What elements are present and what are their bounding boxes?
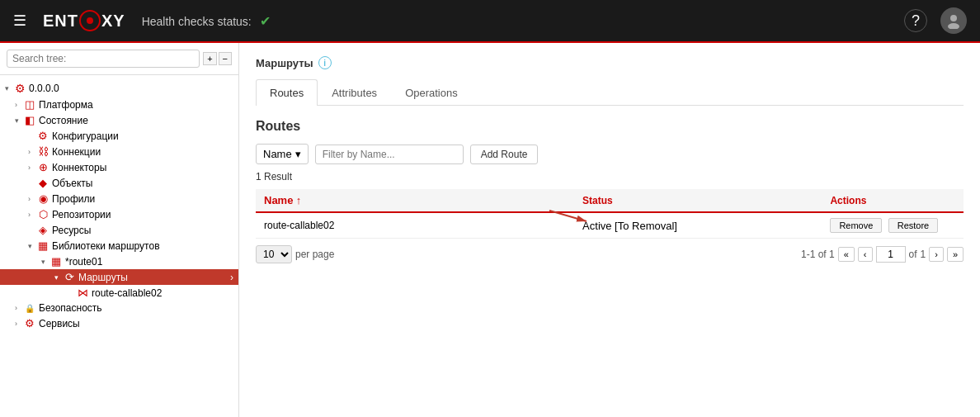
total-pages: 1 xyxy=(921,249,926,260)
add-route-button[interactable]: Add Route xyxy=(470,145,539,164)
sidebar-item-state[interactable]: ▾ ◧ Состояние xyxy=(0,112,238,128)
next-page-button[interactable]: › xyxy=(929,247,944,262)
sidebar-item-label: Платформа xyxy=(39,99,93,111)
sidebar-item-marshruty[interactable]: ▾ ⟳ Маршруты › xyxy=(0,269,238,285)
sidebar-item-services[interactable]: › ⚙ Сервисы xyxy=(0,315,238,331)
section-title: Routes xyxy=(256,119,964,134)
routes-section: Routes Name ▾ Add Route 1 Result Name xyxy=(256,119,964,263)
sidebar-item-objects[interactable]: › ◆ Объекты xyxy=(0,175,238,191)
sidebar-item-profiles[interactable]: › ◉ Профили xyxy=(0,191,238,206)
per-page-label: per page xyxy=(295,249,334,260)
chevron-right-icon: › xyxy=(15,304,23,312)
route01-icon: ▦ xyxy=(49,255,63,268)
sidebar-item-label: route-callable02 xyxy=(92,287,162,299)
sidebar-item-label: Безопасность xyxy=(39,302,102,314)
chevron-right-icon: › xyxy=(28,163,36,172)
content-area: Маршруты i Routes Attributes Operations … xyxy=(239,43,980,417)
sidebar-item-label: Сервисы xyxy=(39,318,80,329)
search-input[interactable] xyxy=(7,50,200,68)
row-status-cell: Active [To Removal] xyxy=(574,212,822,239)
filter-bar: Name ▾ Add Route xyxy=(256,144,964,164)
svg-line-3 xyxy=(549,211,587,221)
chevron-right-icon: › xyxy=(28,148,36,156)
logo-ent: ENT xyxy=(43,12,78,31)
chevron-right-icon: › xyxy=(15,320,23,328)
chevron-down-icon: ▾ xyxy=(15,116,23,125)
platform-icon: ◫ xyxy=(23,98,36,111)
name-filter-dropdown[interactable]: Name ▾ xyxy=(256,144,309,164)
logo-xy: XY xyxy=(101,12,125,31)
per-page-select[interactable]: 10 xyxy=(256,245,292,263)
user-avatar[interactable] xyxy=(940,7,967,34)
menu-icon[interactable]: ☰ xyxy=(13,12,26,30)
sidebar-search-bar: + − xyxy=(0,43,238,75)
sidebar-item-connectors[interactable]: › ⊕ Коннекторы xyxy=(0,159,238,175)
sidebar-item-root[interactable]: ▾ ⚙ 0.0.0.0 xyxy=(0,80,238,97)
configs-icon: ⚙ xyxy=(36,130,49,142)
chevron-down-icon: ▾ xyxy=(295,148,301,160)
header: ☰ ENT XY Health checks status: ✔ ? xyxy=(0,0,980,43)
sidebar-item-route01[interactable]: ▾ ▦ *route01 xyxy=(0,254,238,269)
sidebar-item-route-callable02[interactable]: › ⋈ route-callable02 xyxy=(0,285,238,301)
sidebar-item-configs[interactable]: › ⚙ Конфигурации xyxy=(0,128,238,144)
marshruty-icon: ⟳ xyxy=(63,271,76,283)
chevron-right-icon: › xyxy=(230,272,233,283)
sidebar-item-label: Профили xyxy=(52,193,95,205)
sidebar-item-label: Объекты xyxy=(52,178,93,189)
sidebar-item-label: 0.0.0.0 xyxy=(29,83,59,94)
logo-o-circle xyxy=(79,10,101,31)
header-right: ? xyxy=(904,7,967,34)
column-name-header[interactable]: Name ↑ xyxy=(256,189,574,212)
repos-icon: ⬡ xyxy=(36,208,49,220)
chevron-down-icon: ▾ xyxy=(28,242,36,250)
sidebar: + − ▾ ⚙ 0.0.0.0 › ◫ Платформа ▾ ◧ Состоя… xyxy=(0,43,239,417)
row-name-cell: route-callable02 xyxy=(256,212,574,239)
sidebar-item-platform[interactable]: › ◫ Платформа xyxy=(0,97,238,112)
row-actions-cell: Remove Restore xyxy=(822,212,964,239)
help-icon[interactable]: ? xyxy=(904,9,927,32)
restore-button[interactable]: Restore xyxy=(888,218,939,233)
connections-icon: ⛓ xyxy=(36,145,49,158)
sidebar-item-security[interactable]: › 🔒 Безопасность xyxy=(0,301,238,315)
tab-operations[interactable]: Operations xyxy=(391,79,472,106)
connectors-icon: ⊕ xyxy=(36,161,49,173)
column-actions-header: Actions xyxy=(822,189,964,212)
sort-icon: ↑ xyxy=(296,194,302,206)
sidebar-item-routelibs[interactable]: ▾ ▦ Библиотеки маршрутов xyxy=(0,238,238,254)
spacer: › xyxy=(28,226,36,235)
sidebar-item-repos[interactable]: › ⬡ Репозитории xyxy=(0,206,238,222)
sidebar-item-label: Ресурсы xyxy=(52,225,91,236)
pagination-bar: 10 per page 1-1 of 1 « ‹ of 1 › » xyxy=(256,245,964,263)
current-page-input[interactable] xyxy=(876,246,906,263)
chevron-right-icon: › xyxy=(15,101,23,109)
collapse-all-button[interactable]: − xyxy=(219,52,232,65)
sidebar-item-label: Репозитории xyxy=(52,209,111,220)
tab-attributes[interactable]: Attributes xyxy=(318,79,391,106)
prev-page-button[interactable]: ‹ xyxy=(858,247,873,262)
svg-point-1 xyxy=(948,23,959,29)
root-icon: ⚙ xyxy=(13,82,26,95)
info-icon[interactable]: i xyxy=(318,56,332,69)
tabs-bar: Routes Attributes Operations xyxy=(256,79,964,106)
sidebar-item-resources[interactable]: › ◈ Ресурсы xyxy=(0,222,238,238)
filter-name-label: Name xyxy=(263,148,292,160)
sidebar-item-label: Коннекторы xyxy=(52,162,106,173)
sidebar-item-label: Маршруты xyxy=(78,272,128,283)
last-page-button[interactable]: » xyxy=(947,247,964,262)
route-callable02-icon: ⋈ xyxy=(76,287,89,299)
remove-button[interactable]: Remove xyxy=(830,218,882,233)
routelibs-icon: ▦ xyxy=(36,239,49,252)
filter-name-input[interactable] xyxy=(315,145,464,164)
sidebar-item-label: Конфигурации xyxy=(52,130,119,142)
chevron-right-icon: › xyxy=(28,211,36,219)
routes-table: Name ↑ Status Actions route-callable02 A… xyxy=(256,189,964,239)
spacer: › xyxy=(28,132,36,140)
expand-all-button[interactable]: + xyxy=(203,52,216,65)
first-page-button[interactable]: « xyxy=(838,247,855,262)
sidebar-tree: ▾ ⚙ 0.0.0.0 › ◫ Платформа ▾ ◧ Состояние … xyxy=(0,75,238,417)
sidebar-item-label: Библиотеки маршрутов xyxy=(52,240,160,252)
sidebar-item-label: *route01 xyxy=(65,256,102,268)
tab-routes[interactable]: Routes xyxy=(256,79,318,106)
chevron-down-icon: ▾ xyxy=(5,84,13,92)
sidebar-item-connections[interactable]: › ⛓ Коннекции xyxy=(0,144,238,159)
